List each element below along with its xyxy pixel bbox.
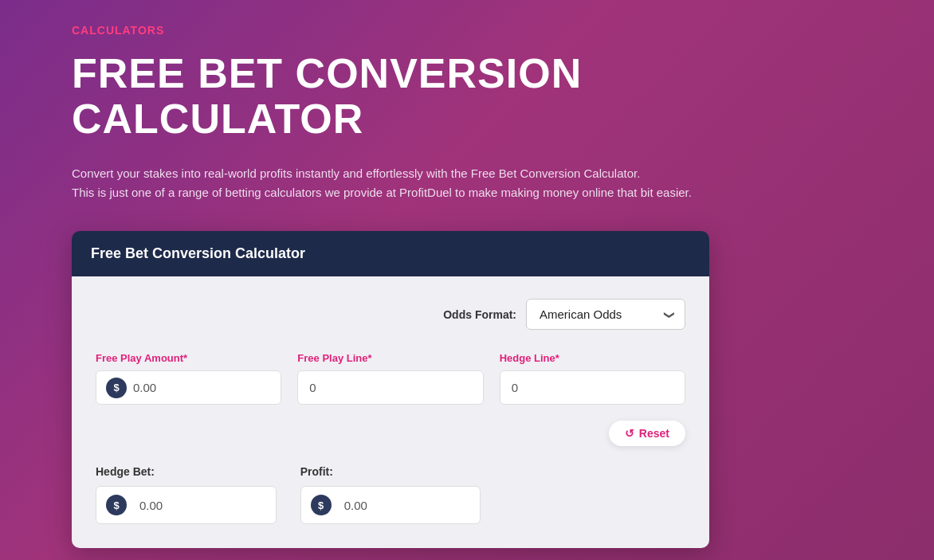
hedge-bet-display: $ 0.00 [96,486,277,524]
hedge-bet-label: Hedge Bet: [96,465,277,478]
calculator-wrapper: Free Bet Conversion Calculator Odds Form… [72,231,709,548]
description-line1: Convert your stakes into real-world prof… [72,164,789,183]
calculator-header: Free Bet Conversion Calculator [72,231,709,276]
profit-group: Profit: $ 0.00 [300,465,481,524]
dollar-icon-profit: $ [311,495,332,515]
profit-label: Profit: [300,465,481,478]
page-description: Convert your stakes into real-world prof… [72,164,789,202]
results-row: Hedge Bet: $ 0.00 Profit: $ 0.00 [96,465,685,524]
results-spacer [504,465,685,524]
free-play-line-label: Free Play Line* [297,352,483,364]
profit-display: $ 0.00 [300,486,481,524]
odds-format-row: Odds Format: American Odds Decimal Odds … [96,299,685,330]
hedge-line-group: Hedge Line* [500,352,685,405]
reset-label: Reset [639,427,669,440]
dollar-symbol-free-play: $ [113,382,119,394]
dollar-symbol-hedge: $ [113,499,119,511]
reset-row: ↺ Reset [96,421,685,446]
dollar-symbol-profit: $ [318,499,324,511]
hedge-bet-value: 0.00 [139,499,163,512]
odds-format-label: Odds Format: [443,308,516,321]
profit-value: 0.00 [344,499,367,512]
inputs-row: Free Play Amount* $ Free Play Line* Hedg… [96,352,685,405]
dollar-icon-free-play: $ [106,378,127,398]
free-play-line-input[interactable] [297,370,483,405]
free-play-amount-group: Free Play Amount* $ [96,352,281,405]
calculator-header-title: Free Bet Conversion Calculator [91,245,305,261]
breadcrumb: CALCULATORS [72,24,862,37]
free-play-amount-label: Free Play Amount* [96,352,281,364]
page-title: FREE BET CONVERSION CALCULATOR [72,51,862,142]
odds-format-select[interactable]: American Odds Decimal Odds Fractional Od… [526,299,685,330]
hedge-bet-group: Hedge Bet: $ 0.00 [96,465,277,524]
dollar-icon-hedge: $ [106,495,127,515]
free-play-amount-input[interactable] [133,371,271,404]
free-play-amount-input-wrapper: $ [96,370,281,405]
reset-icon: ↺ [625,427,634,440]
reset-button[interactable]: ↺ Reset [609,421,685,446]
hedge-line-input[interactable] [500,370,685,405]
breadcrumb-label: CALCULATORS [72,24,164,37]
description-line2: This is just one of a range of betting c… [72,183,789,202]
free-play-line-group: Free Play Line* [297,352,483,405]
odds-format-select-wrapper: American Odds Decimal Odds Fractional Od… [526,299,685,330]
calculator-body: Odds Format: American Odds Decimal Odds … [72,276,709,548]
hedge-line-label: Hedge Line* [500,352,685,364]
